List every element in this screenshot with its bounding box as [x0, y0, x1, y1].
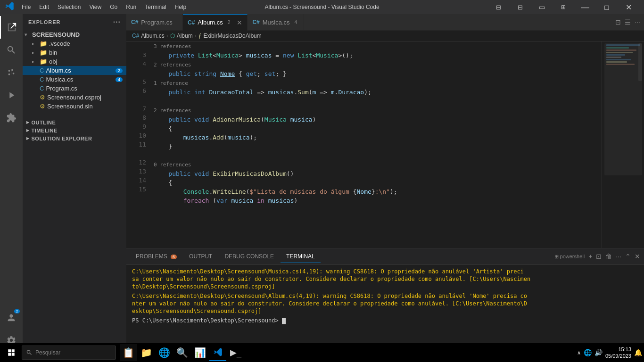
system-tray[interactable]: ∧ [577, 350, 581, 356]
file-musica-cs[interactable]: C Musica.cs 4 [23, 75, 126, 84]
split-editor-icon[interactable]: ⊡ [615, 18, 621, 26]
line-numbers: 3 4 5 6 7 8 9 10 11 12 13 14 [126, 41, 150, 248]
panel-actions: ⊞ powershell + ⊡ 🗑 ··· ⌃ ✕ [554, 253, 641, 260]
layout-options-icon[interactable]: ⊞ [553, 0, 574, 14]
task-icon-2[interactable]: 📁 [138, 344, 155, 361]
taskbar-right: ∧ 🌐 🔊 15:13 05/09/2023 🔔 [577, 346, 642, 360]
menu-view[interactable]: View [85, 3, 105, 11]
folder-obj-label: obj [49, 58, 57, 65]
tab-program-label: Program.cs [141, 19, 172, 26]
proj-file-icon: ⚙ [40, 94, 45, 101]
clock[interactable]: 15:13 05/09/2023 [605, 346, 631, 360]
notification-icon[interactable]: 🔔 [634, 349, 642, 356]
activity-source-control[interactable] [0, 61, 23, 84]
timeline-section[interactable]: ▸ TIMELINE [23, 126, 126, 134]
activity-account[interactable]: 2 [0, 306, 23, 329]
task-icon-1[interactable]: 📋 [120, 344, 137, 361]
more-actions-icon[interactable]: ··· [635, 18, 640, 26]
maximize-button[interactable]: ◻ [596, 0, 618, 14]
new-terminal-icon[interactable]: + [588, 253, 592, 260]
tab-terminal[interactable]: TERMINAL [281, 250, 321, 263]
more-terminal-icon[interactable]: ··· [616, 253, 621, 260]
menu-terminal[interactable]: Terminal [141, 3, 170, 11]
search-bar[interactable]: Pesquisar [22, 346, 116, 360]
terminal-line-6: esktop\Screensound\Screensound.csproj] [132, 307, 638, 315]
folder-icon: 📁 [40, 49, 47, 56]
menu-file[interactable]: File [18, 3, 34, 11]
network-icon[interactable]: 🌐 [584, 349, 592, 356]
activity-explorer[interactable] [0, 16, 23, 39]
solution-explorer-label: SOLUTION EXPLORER [32, 136, 92, 141]
editor-area: C# Program.cs C# Album.cs 2 ✕ C# Musica.… [126, 14, 644, 352]
time-display: 15:13 [605, 346, 631, 353]
titlebar: File Edit Selection View Go Run Terminal… [0, 0, 644, 14]
task-excel[interactable]: 📊 [191, 344, 208, 361]
close-panel-icon[interactable]: ✕ [635, 253, 640, 260]
start-button[interactable] [2, 343, 21, 362]
menu-edit[interactable]: Edit [35, 3, 53, 11]
minimize-button[interactable]: — [574, 0, 596, 14]
code-wrapper: 3 4 5 6 7 8 9 10 11 12 13 14 [126, 41, 644, 248]
file-album-cs[interactable]: C Album.cs 2 [23, 66, 126, 75]
folder-vscode[interactable]: ▸ 📁 .vscode [23, 39, 126, 48]
toggle-panel-icon[interactable]: ▭ [531, 0, 553, 14]
cs-icon: C# [188, 19, 195, 26]
terminal-prompt: PS C:\Users\Nascimento\Desktop\Screensou… [132, 317, 638, 324]
tab-output[interactable]: OUTPUT [183, 250, 218, 263]
activity-extensions[interactable] [0, 107, 23, 129]
code-editor[interactable]: 3 4 5 6 7 8 9 10 11 12 13 14 [126, 41, 602, 248]
tab-album-cs[interactable]: C# Album.cs 2 ✕ [183, 14, 248, 31]
breadcrumb-method[interactable]: ExibirMusicasDoAlbum [203, 33, 261, 39]
close-tab-icon[interactable]: ✕ [237, 19, 242, 26]
menu-run[interactable]: Run [122, 3, 140, 11]
breadcrumb-file[interactable]: Album.cs [141, 33, 164, 39]
speaker-icon[interactable]: 🔊 [594, 349, 603, 356]
task-vscode[interactable] [209, 344, 226, 361]
tab-program-cs[interactable]: C# Program.cs [126, 14, 183, 31]
folder-bin[interactable]: ▸ 📁 bin [23, 48, 126, 57]
toggle-panel-icon[interactable]: ☰ [625, 18, 631, 26]
task-explorer[interactable]: 🔍 [173, 344, 190, 361]
tab-musica-cs[interactable]: C# Musica.cs 4 [248, 14, 304, 31]
tab-debug-console[interactable]: DEBUG CONSOLE [219, 250, 280, 263]
menu-selection[interactable]: Selection [54, 3, 84, 11]
kill-terminal-icon[interactable]: 🗑 [605, 253, 612, 260]
breadcrumb-sep1: › [166, 33, 168, 39]
explorer-more-icon[interactable]: ··· [113, 18, 121, 26]
search-label: Pesquisar [35, 349, 60, 356]
toggle-sidebar-icon[interactable]: ⊟ [509, 0, 531, 14]
menu-help[interactable]: Help [171, 3, 190, 11]
tab-musica-label: Musica.cs [263, 19, 290, 26]
cs-icon: C# [252, 19, 259, 25]
activity-search[interactable] [0, 39, 23, 61]
split-terminal-icon[interactable]: ⊡ [596, 253, 602, 260]
folder-obj[interactable]: ▸ 📁 obj [23, 57, 126, 66]
activity-run-debug[interactable] [0, 84, 23, 107]
maximize-panel-icon[interactable]: ⌃ [625, 253, 631, 260]
layout-icon[interactable]: ⊟ [487, 0, 509, 14]
solution-explorer-section[interactable]: ▸ SOLUTION EXPLORER [23, 134, 126, 142]
sln-file-icon: ⚙ [40, 103, 45, 110]
menu-go[interactable]: Go [106, 3, 121, 11]
code-content[interactable]: 3 references private List<Musica> musica… [150, 41, 602, 248]
project-root[interactable]: ▾ SCREENSOUND [23, 30, 126, 39]
file-program-cs[interactable]: C Program.cs [23, 84, 126, 93]
project-label: SCREENSOUND [32, 31, 80, 38]
file-sln[interactable]: ⚙ Screensound.sln [23, 102, 126, 111]
arrow-down-icon: ▾ [25, 32, 32, 37]
terminal-content[interactable]: C:\Users\Nascimento\Desktop\Screensound\… [126, 265, 644, 352]
file-csproj[interactable]: ⚙ Screensound.csproj [23, 93, 126, 102]
vscode-icon [5, 1, 14, 13]
folder-vscode-label: .vscode [49, 40, 70, 47]
folder-icon: 📁 [40, 40, 47, 47]
outline-section[interactable]: ▸ OUTLINE [23, 118, 126, 126]
tab-problems[interactable]: PROBLEMS 6 [130, 250, 182, 263]
terminal-line-3: to\Desktop\Screensound\Screensound.cspro… [132, 283, 638, 290]
method-icon: ƒ [198, 33, 202, 39]
close-button[interactable]: ✕ [618, 0, 639, 14]
main-layout: 2 EXPLORER ··· ▾ SCREENSOUND ▸ 📁 .vscode… [0, 14, 644, 352]
task-terminal[interactable]: ▶_ [227, 344, 244, 361]
task-edge[interactable]: 🌐 [156, 344, 173, 361]
breadcrumb-class[interactable]: Album [177, 33, 193, 39]
cs-file-icon: C# [132, 33, 139, 39]
